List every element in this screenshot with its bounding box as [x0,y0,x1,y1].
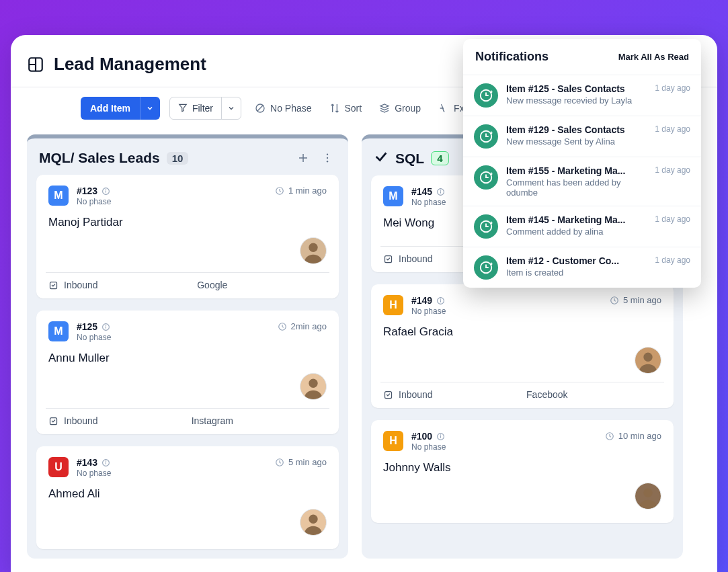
lead-card[interactable]: U#143No phase5 min agoAhmed Ali [36,446,339,549]
lead-card[interactable]: M#125No phase2min agoAnnu MullerInboundI… [36,311,339,434]
notification-subtitle: New message recevied by Layla [506,95,643,106]
priority-badge: U [48,457,69,477]
notification-subtitle: Item is created [506,268,643,278]
card-phase: No phase [411,442,446,452]
svg-point-34 [309,515,317,524]
channel: Inbound [383,253,433,264]
notification-title: Item #145 - Marketing Ma... [506,214,643,225]
card-id: #125 [77,321,111,332]
mark-all-read[interactable]: Mark All As Read [618,52,689,62]
svg-point-56 [643,489,652,497]
lead-name: Rafael Gracia [383,325,661,339]
card-time: 1 min ago [275,186,327,196]
column-count: 10 [167,152,189,165]
svg-point-14 [327,161,328,162]
check-icon [374,149,389,167]
notification-clock-icon [474,255,498,280]
card-time: 5 min ago [610,295,661,305]
filter-label: Filter [192,103,213,114]
card-time: 10 min ago [605,431,661,441]
notification-subtitle: Comment has been added by odumbe [506,177,643,198]
avatar [635,347,661,374]
notifications-list: Item #125 - Sales ContactsNew message re… [463,75,701,288]
notification-item[interactable]: Item #125 - Sales ContactsNew message re… [463,75,701,116]
lead-card[interactable]: M#123No phase1 min agoManoj PartidarInbo… [36,175,339,298]
notification-subtitle: Comment added by alina [506,227,643,237]
add-card-button[interactable] [294,149,312,167]
page-title: Lead Management [54,54,206,75]
card-phase: No phase [77,468,111,478]
notifications-panel: Notifications Mark All As Read Item #125… [463,39,701,288]
lead-card[interactable]: H#149No phase5 min agoRafael GraciaInbou… [371,284,674,408]
card-time: 5 min ago [275,457,327,467]
source: Google [98,280,327,290]
svg-point-53 [440,434,441,435]
avatar [635,483,661,509]
no-phase-label: No Phase [270,103,311,114]
add-item-button[interactable]: Add Item [81,97,160,120]
card-id: #100 [411,431,446,442]
notification-time: 1 day ago [655,124,690,134]
svg-point-17 [106,189,106,190]
notification-title: Item #129 - Sales Contacts [506,124,643,135]
notification-item[interactable]: Item #155 - Marketing Ma...Comment has b… [463,157,701,206]
filter-button[interactable]: Filter [169,97,241,120]
notification-title: Item #125 - Sales Contacts [506,83,643,94]
notifications-header: Notifications Mark All As Read [463,39,701,75]
channel: Inbound [383,389,433,400]
group-button[interactable]: Group [375,100,425,116]
avatar [300,373,327,400]
card-footer: InboundFacebook [383,389,661,400]
lead-name: Ahmed Ali [48,487,327,501]
source: Facebook [433,389,661,400]
lead-name: Manoj Partidar [48,216,327,229]
priority-badge: H [383,295,403,315]
svg-point-42 [440,190,441,190]
card-phase: No phase [411,198,446,207]
notification-item[interactable]: Item #129 - Sales ContactsNew message Se… [463,116,701,157]
notification-time: 1 day ago [655,165,690,175]
sort-label: Sort [345,103,362,114]
column-header: MQL/ Sales Leads10 [27,138,348,175]
column-more-icon[interactable] [319,149,336,167]
svg-marker-3 [179,104,187,112]
channel: Inbound [48,415,98,426]
card-time: 2min ago [278,321,327,331]
card-list: M#123No phase1 min agoManoj PartidarInbo… [27,175,348,556]
priority-badge: M [48,321,69,341]
lead-name: Johnny Walls [383,461,661,475]
filter-dropdown[interactable] [221,97,241,119]
add-item-label: Add Item [81,103,140,114]
priority-badge: M [383,186,403,206]
no-phase-button[interactable]: No Phase [251,100,315,116]
svg-point-49 [643,353,652,362]
avatar [300,237,327,264]
notification-clock-icon [474,124,498,149]
card-footer: InboundGoogle [48,280,327,290]
priority-badge: H [383,431,403,451]
card-id: #123 [77,186,111,196]
svg-point-12 [327,154,328,155]
notification-clock-icon [474,214,498,239]
add-item-dropdown[interactable] [140,97,160,120]
svg-point-31 [106,460,106,461]
filter-icon [178,103,188,114]
svg-point-46 [440,298,441,299]
sort-button[interactable]: Sort [325,100,366,116]
svg-point-13 [327,157,328,159]
card-phase: No phase [77,333,111,342]
card-id: #149 [411,295,446,306]
card-phase: No phase [411,307,446,316]
column-count: 4 [431,151,448,165]
notification-time: 1 day ago [655,83,690,93]
notification-item[interactable]: Item #12 - Customer Co...Item is created… [463,247,701,288]
column-title: SQL [395,151,424,167]
card-id: #143 [77,457,111,468]
card-id: #145 [411,186,446,197]
notification-clock-icon [474,83,498,108]
notification-title: Item #155 - Marketing Ma... [506,165,643,176]
lead-card[interactable]: H#100No phase10 min agoJohnny Walls [371,420,674,523]
board-icon [27,56,44,73]
notification-item[interactable]: Item #145 - Marketing Ma...Comment added… [463,206,701,247]
channel: Inbound [48,280,98,290]
